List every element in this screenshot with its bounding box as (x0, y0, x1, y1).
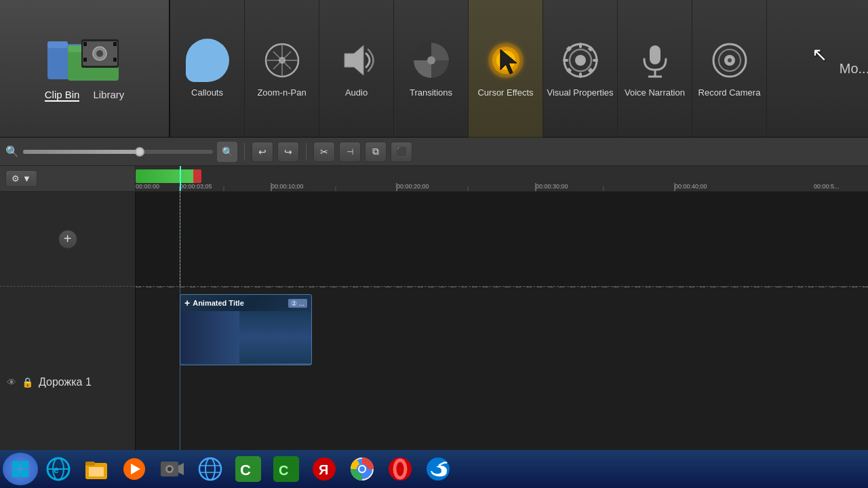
clip-lib-icons (47, 36, 122, 83)
track-visibility-icon[interactable]: 👁 (7, 377, 16, 388)
transitions-button[interactable]: Transitions (394, 0, 469, 138)
windows-logo-icon (11, 460, 30, 479)
chrome-icon (349, 456, 375, 482)
svg-point-12 (199, 54, 216, 66)
lower-track: + Animated Title ② ... (136, 287, 868, 477)
track-label-row: 👁 🔒 Дорожка 1 (0, 287, 135, 477)
network-button[interactable] (193, 453, 228, 485)
opera-button[interactable] (382, 453, 418, 485)
gear-icon: ⚙ (12, 174, 20, 184)
visual-properties-button[interactable]: Visual Properties (543, 0, 618, 138)
playhead-upper (180, 192, 180, 286)
timeline-controls: 🔍 🔍 ↩ ↪ ✂ ⊣ ⧉ ⬛ (0, 138, 868, 166)
svg-rect-56 (12, 470, 20, 477)
paste-button[interactable]: ⬛ (391, 142, 412, 162)
audio-button[interactable]: Audio (319, 0, 394, 138)
svg-rect-30 (579, 43, 582, 48)
visual-properties-icon (559, 39, 602, 82)
callouts-icon (186, 39, 229, 82)
timeline-slider-thumb (135, 147, 144, 157)
svg-point-84 (359, 466, 365, 472)
clip-library-section: Clip Bin Library (0, 0, 170, 137)
edge-button[interactable] (420, 453, 456, 485)
track-area: + 👁 🔒 Дорожка 1 (0, 192, 868, 477)
svg-point-71 (199, 458, 221, 480)
settings-button[interactable]: ⚙ ▼ (5, 170, 37, 187)
more-label: Mo... (840, 61, 868, 77)
cut-button[interactable]: ✂ (313, 142, 335, 162)
clip-bin-icon (47, 36, 122, 83)
svg-marker-68 (178, 463, 184, 475)
camstudio-button[interactable]: C (269, 453, 304, 485)
svg-rect-32 (563, 59, 568, 62)
camstudio-icon: C (273, 456, 299, 482)
copy-icon: ⧉ (372, 146, 379, 157)
file-explorer-icon (83, 456, 109, 482)
svg-rect-64 (89, 467, 104, 476)
transitions-icon (410, 39, 453, 82)
svg-text:C: C (240, 462, 251, 479)
svg-text:Я: Я (319, 462, 328, 477)
svg-rect-10 (113, 42, 117, 46)
settings-label: ▼ (22, 174, 31, 184)
library-tab[interactable]: Library (93, 89, 124, 102)
voice-narration-label: Voice Narration (625, 87, 685, 99)
zoom-pan-button[interactable]: Zoom-n-Pan (245, 0, 319, 138)
undo-button[interactable]: ↩ (252, 142, 273, 162)
search-button[interactable]: 🔍 (217, 142, 237, 162)
svg-point-29 (575, 55, 586, 66)
clip-expand-icon: + (184, 298, 190, 308)
cursor-effects-button[interactable]: Cursor Effects (469, 0, 543, 138)
animated-title-clip[interactable]: + Animated Title ② ... (180, 294, 312, 365)
paste-icon: ⬛ (396, 146, 408, 157)
callouts-button[interactable]: Callouts (170, 0, 245, 138)
more-button[interactable]: Mo... (841, 0, 868, 138)
timeline-zoom-slider[interactable] (23, 150, 213, 154)
media-player-button[interactable] (117, 453, 152, 485)
svg-rect-9 (83, 58, 87, 62)
zoom-label: Zoom-n-Pan (257, 87, 306, 99)
redo-icon: ↪ (284, 146, 292, 157)
voice-narration-button[interactable]: Voice Narration (618, 0, 692, 138)
track-lock-icon[interactable]: 🔒 (22, 377, 33, 388)
track-name: Дорожка 1 (39, 376, 92, 388)
edge-icon (425, 456, 451, 482)
svg-rect-11 (113, 58, 117, 62)
record-camera-button[interactable]: Record Camera (692, 0, 767, 138)
track-content: + Animated Title ② ... (136, 192, 868, 477)
record-camera-icon (708, 39, 751, 82)
svg-rect-57 (21, 470, 28, 477)
ruler-track[interactable]: 00:00:00 00:00:03;05 00:00:10;00 00:00:2… (136, 166, 868, 192)
search-icon[interactable]: 🔍 (5, 145, 19, 158)
cursor-effects-icon (484, 39, 528, 82)
camtasia-button[interactable]: C (231, 453, 266, 485)
camtasia-icon: C (235, 456, 261, 482)
playhead[interactable] (180, 166, 181, 192)
yandex-button[interactable]: Я (307, 453, 342, 485)
ie-button[interactable]: e (41, 453, 76, 485)
ie-icon: e (45, 456, 71, 482)
opera-icon (387, 456, 413, 482)
svg-rect-31 (579, 73, 582, 78)
svg-rect-33 (593, 59, 598, 62)
record-camera-label: Record Camera (698, 87, 761, 99)
video-editor-icon (159, 456, 185, 482)
start-button[interactable] (3, 453, 38, 485)
timeline-slider-fill (23, 150, 137, 154)
svg-point-72 (205, 458, 215, 480)
svg-rect-63 (85, 462, 95, 466)
clip-bin-tab[interactable]: Clip Bin (45, 89, 80, 102)
video-editor-button[interactable] (155, 453, 190, 485)
split-button[interactable]: ⊣ (339, 142, 361, 162)
add-track-button[interactable]: + (58, 230, 77, 249)
clip-body (180, 311, 311, 363)
copy-button[interactable]: ⧉ (365, 142, 387, 162)
audio-icon (335, 39, 378, 82)
chrome-button[interactable] (344, 453, 380, 485)
file-explorer-button[interactable] (79, 453, 114, 485)
redo-button[interactable]: ↪ (277, 142, 299, 162)
svg-marker-19 (344, 45, 363, 75)
network-icon (197, 456, 223, 482)
clip-header: + Animated Title ② ... (180, 295, 311, 311)
audio-label: Audio (345, 87, 368, 99)
